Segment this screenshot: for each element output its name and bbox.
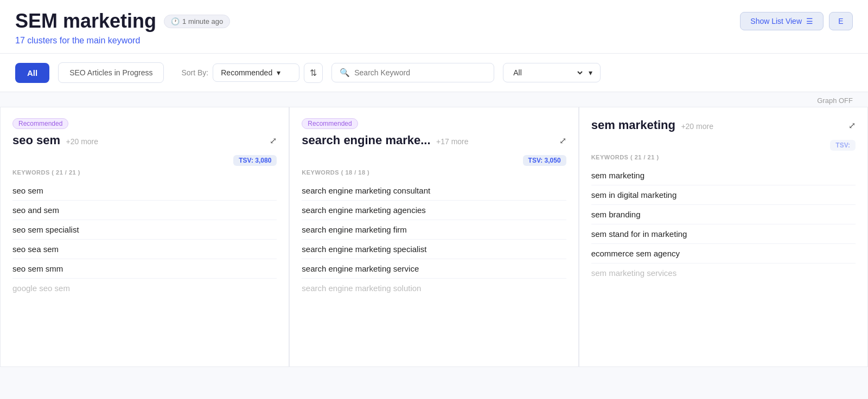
tsv-badge: TSV: 3,050 xyxy=(523,155,566,166)
search-icon: 🔍 xyxy=(340,68,350,78)
keyword-item: sem stand for in marketing xyxy=(591,224,856,244)
subtitle: 17 clusters for the main keyword xyxy=(15,36,230,46)
graph-toggle-area: Graph OFF xyxy=(0,92,868,107)
header-right: Show List View ☰ E xyxy=(740,12,853,30)
keyword-item: sem branding xyxy=(591,205,856,224)
keyword-item: seo sem smm xyxy=(12,259,277,279)
filter-chevron-icon: ▾ xyxy=(589,68,592,77)
keyword-item: sem in digital marketing xyxy=(591,185,856,205)
keyword-item: seo sem xyxy=(12,181,277,201)
card-more: +20 more xyxy=(66,137,99,146)
card-title-group: sem marketing +20 more xyxy=(591,118,713,132)
title-row: SEM marketing 🕐 1 minute ago xyxy=(15,10,230,33)
keyword-item: sem marketing services xyxy=(591,263,856,282)
tab-all-button[interactable]: All xyxy=(15,63,49,83)
time-text: 1 minute ago xyxy=(182,17,223,25)
keyword-item: search engine marketing specialist xyxy=(302,240,566,259)
sort-order-icon: ⇅ xyxy=(310,68,317,78)
keyword-item: seo sea sem xyxy=(12,240,277,259)
page-title: SEM marketing xyxy=(15,10,156,33)
time-badge: 🕐 1 minute ago xyxy=(164,15,230,28)
keyword-item: seo sem specialist xyxy=(12,220,277,240)
clock-icon: 🕐 xyxy=(171,17,180,25)
header-left: SEM marketing 🕐 1 minute ago 17 clusters… xyxy=(15,10,230,46)
keyword-list: seo semseo and semseo sem specialistseo … xyxy=(12,181,277,298)
keywords-header: KEYWORDS ( 21 / 21 ) xyxy=(591,154,856,160)
toolbar: All SEO Articles in Progress Sort By: Re… xyxy=(0,54,868,92)
keywords-header: KEYWORDS ( 18 / 18 ) xyxy=(302,169,566,176)
cluster-card: Recommended seo sem +20 more ⤢ TSV: 3,08… xyxy=(0,107,289,367)
keywords-header: KEYWORDS ( 21 / 21 ) xyxy=(12,169,277,176)
tsv-badge: TSV: xyxy=(830,140,856,151)
show-list-label: Show List View xyxy=(750,17,802,25)
sort-value: Recommended xyxy=(221,68,272,77)
card-title-row: sem marketing +20 more ⤢ xyxy=(591,118,856,132)
search-box: 🔍 xyxy=(331,63,494,82)
keyword-item: search engine marketing service xyxy=(302,259,566,279)
chevron-down-icon: ▾ xyxy=(277,68,280,77)
keyword-item: seo and sem xyxy=(12,201,277,220)
sort-section: Sort By: Recommended ▾ ⇅ xyxy=(181,63,323,83)
keyword-item: ecommerce sem agency xyxy=(591,244,856,263)
search-input[interactable] xyxy=(354,68,486,77)
expand-button[interactable]: ⤢ xyxy=(270,136,277,146)
keyword-item: search engine marketing consultant xyxy=(302,181,566,201)
show-list-view-button[interactable]: Show List View ☰ xyxy=(740,12,824,30)
tsv-badge: TSV: 3,080 xyxy=(233,155,277,166)
graph-toggle-label[interactable]: Graph OFF xyxy=(817,96,853,105)
filter-dropdown[interactable]: All ▾ xyxy=(503,63,601,82)
card-title: seo sem xyxy=(12,133,60,147)
card-title: search engine marke... xyxy=(302,133,430,147)
expand-button[interactable]: ⤢ xyxy=(848,120,856,131)
recommended-badge: Recommended xyxy=(12,118,68,129)
keyword-item: search engine marketing firm xyxy=(302,220,566,240)
card-more: +20 more xyxy=(681,122,713,131)
cluster-card: Recommended search engine marke... +17 m… xyxy=(289,107,578,367)
page-header: SEM marketing 🕐 1 minute ago 17 clusters… xyxy=(0,0,868,54)
expand-button[interactable]: ⤢ xyxy=(559,136,566,146)
card-title-group: search engine marke... +17 more xyxy=(302,133,468,147)
card-title-group: seo sem +20 more xyxy=(12,133,98,147)
export-label: E xyxy=(838,17,843,25)
card-title-row: search engine marke... +17 more ⤢ xyxy=(302,133,566,147)
keyword-item: search engine marketing solution xyxy=(302,279,566,298)
recommended-badge: Recommended xyxy=(302,118,358,129)
keyword-list: search engine marketing consultantsearch… xyxy=(302,181,566,298)
card-title: sem marketing xyxy=(591,118,675,132)
keyword-item: google seo sem xyxy=(12,279,277,298)
cluster-card: sem marketing +20 more ⤢ TSV: KEYWORDS (… xyxy=(579,107,868,367)
sort-label: Sort By: xyxy=(181,68,208,77)
keyword-item: search engine marketing agencies xyxy=(302,201,566,220)
export-button[interactable]: E xyxy=(829,12,853,30)
sort-dropdown[interactable]: Recommended ▾ xyxy=(213,63,299,82)
keyword-list: sem marketingsem in digital marketingsem… xyxy=(591,166,856,282)
filter-select[interactable]: All xyxy=(511,68,584,78)
keyword-item: sem marketing xyxy=(591,166,856,185)
tab-seo-articles-button[interactable]: SEO Articles in Progress xyxy=(58,62,164,83)
card-more: +17 more xyxy=(436,137,469,146)
sort-order-button[interactable]: ⇅ xyxy=(304,63,323,83)
card-title-row: seo sem +20 more ⤢ xyxy=(12,133,277,147)
cards-container: Recommended seo sem +20 more ⤢ TSV: 3,08… xyxy=(0,107,868,378)
list-icon: ☰ xyxy=(806,17,813,25)
